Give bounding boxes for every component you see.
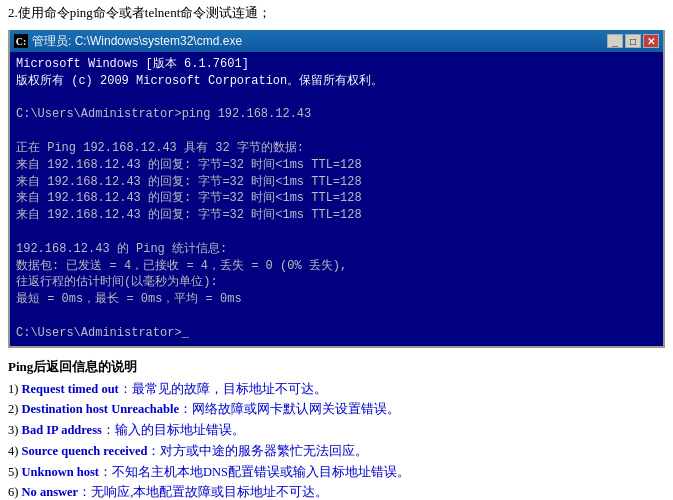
cmd-line: C:\Users\Administrator>ping 192.168.12.4… — [16, 106, 657, 123]
ping-item-desc: ：不知名主机本地DNS配置错误或输入目标地址错误。 — [99, 465, 410, 479]
cmd-titlebar-left: C: 管理员: C:\Windows\system32\cmd.exe — [14, 33, 242, 50]
cmd-titlebar: C: 管理员: C:\Windows\system32\cmd.exe _ □ … — [10, 30, 663, 52]
cmd-line: 版权所有 (c) 2009 Microsoft Corporation。保留所有… — [16, 73, 657, 90]
ping-info-item: 5) Unknown host：不知名主机本地DNS配置错误或输入目标地址错误。 — [8, 463, 665, 482]
ping-item-num: 1) — [8, 382, 22, 396]
cmd-title: 管理员: C:\Windows\system32\cmd.exe — [32, 33, 242, 50]
ping-item-key: Destination host Unreachable — [22, 402, 179, 416]
cmd-line: Microsoft Windows [版本 6.1.7601] — [16, 56, 657, 73]
cmd-line — [16, 90, 657, 107]
ping-item-num: 2) — [8, 402, 22, 416]
ping-item-num: 6) — [8, 485, 22, 499]
ping-item-num: 5) — [8, 465, 22, 479]
ping-info-item: 4) Source quench received：对方或中途的服务器繁忙无法回… — [8, 442, 665, 461]
ping-info-list: 1) Request timed out：最常见的故障，目标地址不可达。2) D… — [8, 380, 665, 500]
cmd-icon: C: — [14, 34, 28, 48]
ping-item-desc: ：无响应,本地配置故障或目标地址不可达。 — [78, 485, 328, 499]
cmd-line: 192.168.12.43 的 Ping 统计信息: — [16, 241, 657, 258]
maximize-button[interactable]: □ — [625, 34, 641, 48]
cmd-line: 来自 192.168.12.43 的回复: 字节=32 时间<1ms TTL=1… — [16, 207, 657, 224]
cmd-line: 正在 Ping 192.168.12.43 具有 32 字节的数据: — [16, 140, 657, 157]
ping-item-desc: ：对方或中途的服务器繁忙无法回应。 — [147, 444, 368, 458]
cmd-line: 来自 192.168.12.43 的回复: 字节=32 时间<1ms TTL=1… — [16, 174, 657, 191]
ping-info-item: 6) No answer：无响应,本地配置故障或目标地址不可达。 — [8, 483, 665, 500]
cmd-window: C: 管理员: C:\Windows\system32\cmd.exe _ □ … — [8, 30, 665, 348]
cmd-line — [16, 123, 657, 140]
ping-item-num: 3) — [8, 423, 22, 437]
cmd-line: C:\Users\Administrator>_ — [16, 325, 657, 342]
ping-item-desc: ：网络故障或网卡默认网关设置错误。 — [179, 402, 400, 416]
cmd-body: Microsoft Windows [版本 6.1.7601]版权所有 (c) … — [10, 52, 663, 346]
ping-info-title: Ping后返回信息的说明 — [8, 358, 665, 376]
cmd-line: 来自 192.168.12.43 的回复: 字节=32 时间<1ms TTL=1… — [16, 157, 657, 174]
ping-item-key: Unknown host — [22, 465, 99, 479]
ping-item-key: Request timed out — [22, 382, 119, 396]
cmd-line — [16, 224, 657, 241]
top-instruction: 2.使用命令ping命令或者telnent命令测试连通； — [0, 0, 673, 26]
cmd-line: 往返行程的估计时间(以毫秒为单位): — [16, 274, 657, 291]
ping-item-desc: ：输入的目标地址错误。 — [102, 423, 245, 437]
cmd-line — [16, 308, 657, 325]
close-button[interactable]: ✕ — [643, 34, 659, 48]
ping-info-item: 3) Bad IP address：输入的目标地址错误。 — [8, 421, 665, 440]
ping-info-section: Ping后返回信息的说明 1) Request timed out：最常见的故障… — [0, 352, 673, 500]
ping-item-desc: ：最常见的故障，目标地址不可达。 — [119, 382, 327, 396]
cmd-line: 来自 192.168.12.43 的回复: 字节=32 时间<1ms TTL=1… — [16, 190, 657, 207]
ping-info-item: 2) Destination host Unreachable：网络故障或网卡默… — [8, 400, 665, 419]
ping-item-key: Bad IP address — [22, 423, 102, 437]
minimize-button[interactable]: _ — [607, 34, 623, 48]
ping-item-key: Source quench received — [22, 444, 148, 458]
ping-item-key: No answer — [22, 485, 79, 499]
ping-info-item: 1) Request timed out：最常见的故障，目标地址不可达。 — [8, 380, 665, 399]
cmd-titlebar-buttons: _ □ ✕ — [607, 34, 659, 48]
ping-item-num: 4) — [8, 444, 22, 458]
cmd-line: 数据包: 已发送 = 4，已接收 = 4，丢失 = 0 (0% 丢失), — [16, 258, 657, 275]
cmd-line: 最短 = 0ms，最长 = 0ms，平均 = 0ms — [16, 291, 657, 308]
